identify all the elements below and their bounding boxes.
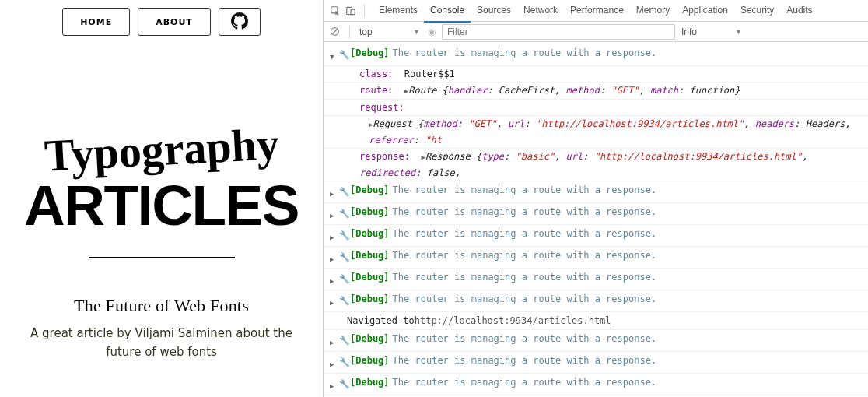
key-icon: 🔧: [339, 203, 350, 223]
devtools-tab-memory[interactable]: Memory: [630, 0, 676, 22]
console-row[interactable]: ▶🔧[Debug]The router is managing a route …: [324, 203, 868, 225]
separator: [364, 5, 365, 17]
key-icon: 🔧: [339, 352, 350, 371]
separator: [349, 26, 350, 38]
disclosure-triangle-icon[interactable]: ▶: [330, 330, 339, 351]
nav-github-button[interactable]: [219, 8, 261, 36]
console-row[interactable]: ▶🔧[Debug]The router is managing a route …: [324, 181, 868, 203]
log-tag: [Debug]: [350, 377, 393, 388]
key-icon: 🔧: [339, 269, 350, 288]
log-detail-request-body: ▶Request {method: "GET", url: "http://lo…: [324, 116, 868, 149]
devtools-tabbar: ElementsConsoleSourcesNetworkPerformance…: [324, 0, 868, 22]
log-tag: [Debug]: [350, 206, 393, 217]
disclosure-triangle-icon[interactable]: ▶: [330, 225, 339, 246]
nav-link[interactable]: http://localhost:9934/articles.html: [415, 312, 611, 329]
console-output: ▼ 🔧 [Debug]The router is managing a rout…: [324, 42, 868, 397]
eye-icon[interactable]: ◉: [428, 26, 436, 37]
console-row[interactable]: ▶🔧[Debug]The router is managing a route …: [324, 269, 868, 290]
console-row[interactable]: ▶🔧[Debug]The router is managing a route …: [324, 247, 868, 269]
log-tag: [Debug]: [350, 47, 393, 58]
nav-home-button[interactable]: HOME: [62, 8, 130, 36]
divider: [89, 257, 235, 258]
log-tag: [Debug]: [350, 272, 393, 283]
device-toggle-icon[interactable]: [345, 5, 356, 16]
nav-about-button[interactable]: ABOUT: [138, 8, 211, 36]
console-toolbar: top ▼ ◉ Info ▼: [324, 22, 868, 42]
console-filter-input[interactable]: [442, 24, 675, 40]
devtools-tab-application[interactable]: Application: [676, 0, 734, 22]
log-tag: [Debug]: [350, 355, 393, 366]
log-message: The router is managing a route with a re…: [393, 355, 657, 366]
log-detail-route: route: ▶Route {handler: CacheFirst, meth…: [324, 83, 868, 100]
log-tag: [Debug]: [350, 293, 393, 304]
disclosure-triangle-icon[interactable]: ▶: [330, 269, 339, 290]
key-icon: 🔧: [339, 181, 350, 201]
console-row[interactable]: ▶🔧[Debug]The router is managing a route …: [324, 290, 868, 312]
context-label: top: [359, 26, 373, 37]
log-tag: [Debug]: [350, 333, 393, 344]
svg-rect-2: [351, 9, 355, 14]
disclosure-triangle-icon[interactable]: ▶: [330, 374, 339, 395]
log-tag: [Debug]: [350, 250, 393, 261]
disclosure-triangle-icon[interactable]: ▶: [330, 181, 339, 202]
disclosure-triangle-icon[interactable]: ▼: [330, 44, 339, 65]
console-row[interactable]: ▶🔧[Debug]The router is managing a route …: [324, 352, 868, 374]
log-message: The router is managing a route with a re…: [393, 377, 657, 388]
console-row[interactable]: ▼ 🔧 [Debug]The router is managing a rout…: [324, 44, 868, 66]
level-selector[interactable]: Info ▼: [681, 24, 744, 40]
level-label: Info: [681, 26, 697, 37]
disclosure-triangle-icon[interactable]: ▶: [330, 247, 339, 268]
devtools-tab-audits[interactable]: Audits: [780, 0, 818, 22]
key-icon: 🔧: [339, 290, 350, 310]
github-icon: [231, 12, 248, 32]
devtools-tab-performance[interactable]: Performance: [564, 0, 630, 22]
svg-line-4: [332, 29, 338, 34]
heading-main: ARTICLES: [16, 177, 307, 234]
disclosure-triangle-icon[interactable]: ▶: [330, 203, 339, 224]
key-icon: 🔧: [339, 44, 350, 64]
devtools-pane: ElementsConsoleSourcesNetworkPerformance…: [323, 0, 868, 397]
log-message: The router is managing a route with a re…: [393, 47, 657, 58]
console-navigation-row: Navigated to http://localhost:9934/artic…: [324, 312, 868, 330]
devtools-tab-security[interactable]: Security: [734, 0, 780, 22]
disclosure-triangle-icon[interactable]: ▶: [330, 352, 339, 373]
disclosure-triangle-icon[interactable]: ▶: [330, 290, 339, 311]
tabs-host: ElementsConsoleSourcesNetworkPerformance…: [373, 0, 819, 22]
log-message: The router is managing a route with a re…: [393, 250, 657, 261]
log-detail-response: response: ▶Response {type: "basic", url:…: [324, 149, 868, 181]
heading-script: Typography: [43, 121, 280, 179]
log-message: The router is managing a route with a re…: [393, 184, 657, 195]
clear-console-icon[interactable]: [330, 26, 340, 37]
log-message: The router is managing a route with a re…: [393, 272, 657, 283]
log-tag: [Debug]: [350, 184, 393, 195]
dropdown-icon: ▼: [733, 28, 744, 36]
key-icon: 🔧: [339, 247, 350, 266]
inspect-icon[interactable]: [330, 5, 341, 16]
log-message: The router is managing a route with a re…: [393, 206, 657, 217]
devtools-tab-console[interactable]: Console: [424, 0, 471, 23]
console-row[interactable]: ▶🔧[Debug]The router is managing a route …: [324, 374, 868, 395]
site-nav: HOME ABOUT: [16, 8, 307, 36]
log-detail-class: class: Router$$1: [324, 66, 868, 83]
key-icon: 🔧: [339, 374, 350, 393]
key-icon: 🔧: [339, 330, 350, 350]
article-title[interactable]: The Future of Web Fonts: [16, 296, 307, 316]
article-subtitle: A great article by Viljami Salminen abou…: [16, 324, 307, 361]
log-tag: [Debug]: [350, 228, 393, 239]
log-message: The router is managing a route with a re…: [393, 293, 657, 304]
log-message: The router is managing a route with a re…: [393, 333, 657, 344]
log-detail-request: request:: [324, 100, 868, 116]
nav-prefix: Navigated to: [347, 312, 415, 329]
console-row[interactable]: ▶🔧[Debug]The router is managing a route …: [324, 225, 868, 247]
dropdown-icon: ▼: [411, 28, 422, 36]
context-selector[interactable]: top ▼: [359, 24, 422, 40]
devtools-tab-sources[interactable]: Sources: [471, 0, 517, 22]
log-message: The router is managing a route with a re…: [393, 228, 657, 239]
key-icon: 🔧: [339, 225, 350, 244]
devtools-tab-elements[interactable]: Elements: [373, 0, 424, 22]
devtools-tab-network[interactable]: Network: [517, 0, 564, 22]
console-row[interactable]: ▶🔧[Debug]The router is managing a route …: [324, 330, 868, 352]
website-pane: HOME ABOUT Typography ARTICLES The Futur…: [0, 0, 323, 397]
